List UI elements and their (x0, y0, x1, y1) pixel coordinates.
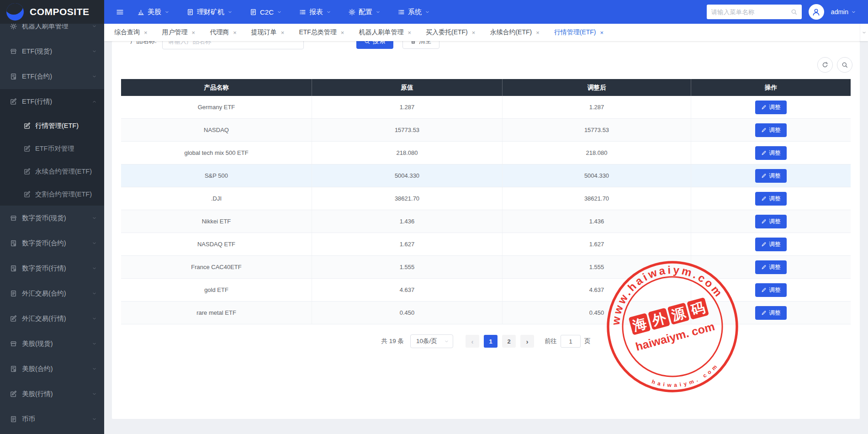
close-icon[interactable]: × (192, 29, 196, 36)
tab-buy-entrust-etf[interactable]: 买入委托(ETF)× (418, 24, 482, 41)
table-row: NASDAQ 15773.53 15773.53 调整 (121, 119, 851, 142)
sidebar-sub-etf-pair-manage[interactable]: ETF币对管理 (0, 137, 104, 160)
page-size-select[interactable]: 10条/页 (410, 334, 453, 348)
nav-item-config[interactable]: 配置 (349, 8, 381, 16)
cell-product-name: gold ETF (121, 279, 312, 301)
tab-label: 行情管理(ETF) (554, 28, 596, 37)
menu-search-input[interactable] (711, 9, 787, 16)
close-icon[interactable]: × (144, 29, 148, 36)
sidebar-item-forex-contract[interactable]: 外汇交易(合约) (0, 281, 104, 306)
adjust-button[interactable]: 调整 (755, 169, 787, 183)
sidebar-item-etf-contract[interactable]: ETF(合约) (0, 64, 104, 89)
tab-market-manage-etf[interactable]: 行情管理(ETF)× (547, 24, 611, 41)
sidebar-toggle-button[interactable] (116, 8, 124, 16)
nav-item-report[interactable]: 报表 (299, 8, 331, 16)
adjust-button[interactable]: 调整 (755, 283, 787, 297)
pencil-icon (761, 127, 767, 133)
adjust-button[interactable]: 调整 (755, 238, 787, 251)
cell-original: 5004.330 (312, 164, 503, 187)
close-icon[interactable]: × (472, 29, 476, 36)
close-icon[interactable]: × (281, 29, 285, 36)
edit-icon (10, 98, 17, 105)
refresh-button[interactable] (817, 57, 833, 73)
table-body: Germany ETF 1.287 1.287 调整 NASDAQ 15773.… (121, 96, 851, 324)
goto-page-input[interactable] (561, 335, 581, 348)
pencil-icon (761, 150, 767, 156)
user-menu[interactable]: admin (831, 8, 856, 16)
clear-button[interactable]: 清空 (402, 41, 439, 49)
sidebar-item-crypto-contract[interactable]: 数字货币(合约) (0, 231, 104, 256)
column-search-button[interactable] (837, 57, 852, 73)
cell-original: 0.450 (312, 302, 503, 324)
table-row: global tech mix 500 ETF 218.080 218.080 … (121, 142, 851, 164)
product-name-input[interactable] (162, 41, 304, 49)
sidebar-item-etf-spot[interactable]: ETF(现货) (0, 39, 104, 64)
adjust-button[interactable]: 调整 (755, 123, 787, 137)
pagination: 共 19 条 10条/页 ‹ 1 2 › 前往 页 (112, 334, 860, 348)
tab-agent[interactable]: 代理商× (202, 24, 244, 41)
search-icon (364, 41, 370, 44)
adjust-button[interactable]: 调整 (755, 192, 787, 206)
close-icon[interactable]: × (536, 29, 540, 36)
chart-icon (138, 9, 144, 16)
column-header-original: 原值 (312, 79, 503, 96)
nav-item-system[interactable]: 系统 (398, 8, 430, 16)
cell-product-name: NASDAQ ETF (121, 233, 312, 255)
sidebar-item-robot-brush[interactable]: 机器人刷单管理 (0, 24, 104, 39)
chevron-down-icon (92, 316, 97, 321)
sidebar-item-crypto-market[interactable]: 数字货币(行情) (0, 256, 104, 281)
nav-item-wealth-miner[interactable]: 理财矿机 (187, 8, 233, 16)
close-icon[interactable]: × (600, 29, 604, 36)
close-icon[interactable]: × (408, 29, 411, 36)
sidebar-item-coin[interactable]: 币币 (0, 407, 104, 432)
tab-etf-category[interactable]: ETF总类管理× (291, 24, 351, 41)
close-icon[interactable]: × (341, 29, 344, 36)
sidebar-item-label: 数字货币(合约) (22, 239, 92, 248)
tab-withdraw-orders[interactable]: 提现订单× (244, 24, 292, 41)
cell-product-name: global tech mix 500 ETF (121, 142, 312, 164)
pencil-icon (761, 219, 767, 224)
cell-product-name: NASDAQ (121, 119, 312, 141)
page-button-2[interactable]: 2 (502, 335, 516, 348)
tab-user-manage[interactable]: 用户管理× (155, 24, 203, 41)
sidebar-item-label: ETF(合约) (22, 72, 92, 81)
sidebar-item-crypto-spot[interactable]: 数字货币(现货) (0, 206, 104, 231)
tab-perpetual-etf[interactable]: 永续合约(ETF)× (482, 24, 546, 41)
avatar[interactable] (809, 4, 824, 20)
cell-adjusted: 4.637 (503, 279, 691, 301)
person-icon (812, 8, 820, 16)
search-button[interactable]: 搜索 (356, 41, 393, 49)
nav-item-us-stock[interactable]: 美股 (138, 8, 169, 16)
adjust-button[interactable]: 调整 (755, 146, 787, 160)
edit-icon (24, 168, 31, 175)
column-header-adjusted: 调整后 (503, 79, 691, 96)
sidebar-sub-delivery-manage-etf[interactable]: 交割合约管理(ETF) (0, 183, 104, 206)
edit-icon (24, 122, 31, 129)
adjust-button[interactable]: 调整 (755, 215, 787, 228)
sidebar-item-label: 美股(合约) (22, 365, 92, 373)
menu-search-box (707, 5, 802, 19)
adjust-button[interactable]: 调整 (755, 306, 787, 320)
tab-comprehensive-query[interactable]: 综合查询× (107, 24, 155, 41)
cell-original: 218.080 (312, 142, 503, 164)
sidebar-sub-market-manage-etf[interactable]: 行情管理(ETF) (0, 114, 104, 137)
cell-adjusted: 1.627 (503, 233, 691, 255)
sidebar-item-us-stock-spot[interactable]: 美股(现货) (0, 331, 104, 356)
chevron-down-icon (92, 241, 97, 246)
sidebar-sub-perpetual-manage-etf[interactable]: 永续合约管理(ETF) (0, 160, 104, 183)
close-icon[interactable]: × (233, 29, 237, 36)
tab-robot-brush[interactable]: 机器人刷单管理× (351, 24, 418, 41)
page-button-1[interactable]: 1 (484, 335, 498, 348)
tab-overflow-button[interactable] (860, 24, 868, 41)
sidebar-item-us-stock-market[interactable]: 美股(行情) (0, 381, 104, 407)
nav-item-c2c[interactable]: C2C (250, 8, 282, 16)
prev-page-button[interactable]: ‹ (466, 335, 479, 348)
tab-label: ETF总类管理 (299, 28, 336, 37)
chevron-down-icon (92, 24, 97, 29)
next-page-button[interactable]: › (520, 335, 534, 348)
adjust-button[interactable]: 调整 (755, 260, 787, 274)
adjust-button[interactable]: 调整 (755, 101, 787, 114)
sidebar-item-forex-market[interactable]: 外汇交易(行情) (0, 306, 104, 331)
sidebar-item-us-stock-contract[interactable]: 美股(合约) (0, 356, 104, 381)
sidebar-item-etf-market[interactable]: ETF(行情) (0, 89, 104, 114)
